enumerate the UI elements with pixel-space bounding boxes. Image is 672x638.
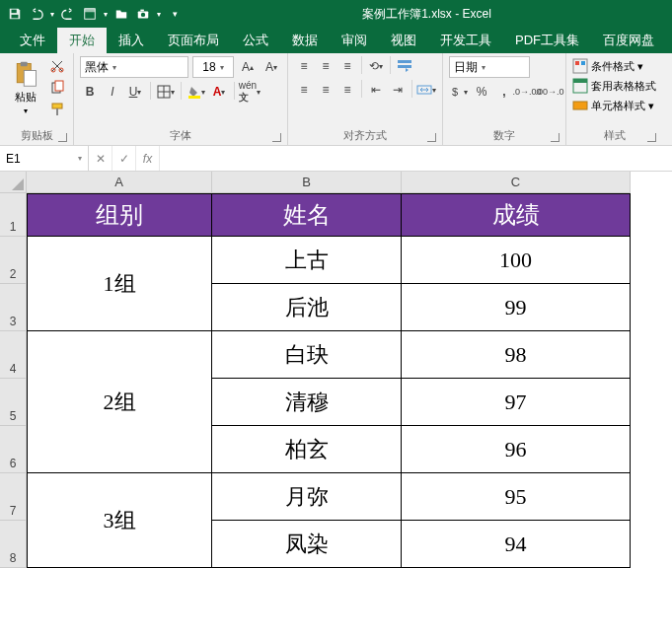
cell[interactable]: 100 (402, 237, 631, 284)
font-color-icon[interactable]: A▾ (209, 82, 229, 102)
increase-font-icon[interactable]: A▴ (238, 57, 258, 77)
row-header[interactable]: 2 (0, 237, 27, 284)
copy-icon[interactable] (47, 78, 67, 98)
col-header-c[interactable]: C (402, 172, 631, 193)
tab-home[interactable]: 开始 (57, 28, 107, 53)
chevron-down-icon[interactable]: ▾ (154, 3, 164, 25)
cell[interactable]: 2组 (27, 331, 212, 379)
new-sheet-icon[interactable] (79, 3, 101, 25)
camera-icon[interactable] (132, 3, 154, 25)
increase-indent-icon[interactable]: ⇥ (388, 80, 408, 100)
decrease-decimal-icon[interactable]: .00→.0 (540, 82, 560, 102)
select-all-corner[interactable] (0, 172, 27, 193)
tab-insert[interactable]: 插入 (107, 28, 156, 53)
align-center-icon[interactable]: ≡ (316, 80, 336, 100)
format-painter-icon[interactable] (47, 100, 67, 119)
chevron-down-icon[interactable]: ▾ (47, 3, 57, 25)
paste-button[interactable]: 粘贴 ▾ (6, 60, 45, 115)
decrease-font-icon[interactable]: A▾ (261, 57, 281, 77)
cell[interactable]: 姓名 (212, 193, 402, 237)
cell[interactable]: 95 (402, 473, 631, 521)
comma-icon[interactable]: , (494, 82, 514, 102)
tab-data[interactable]: 数据 (280, 28, 330, 53)
increase-decimal-icon[interactable]: .0→.00 (517, 82, 537, 102)
cell[interactable]: 上古 (212, 237, 402, 284)
number-format-combo[interactable]: 日期 (449, 56, 530, 78)
name-box[interactable]: E1 (0, 146, 89, 171)
row-header[interactable]: 3 (0, 284, 27, 331)
undo-icon[interactable] (26, 3, 47, 25)
enter-formula-icon[interactable]: ✓ (112, 146, 136, 171)
group-title-number: 数字 (449, 126, 560, 145)
cell[interactable]: 月弥 (212, 473, 402, 521)
col-header-a[interactable]: A (27, 172, 212, 193)
svg-text:$: $ (452, 86, 458, 98)
tab-file[interactable]: 文件 (8, 28, 57, 53)
tab-pdf[interactable]: PDF工具集 (503, 28, 591, 53)
cell[interactable]: 97 (402, 379, 631, 426)
phonetic-icon[interactable]: wén文▾ (240, 82, 260, 102)
cell[interactable]: 96 (402, 426, 631, 473)
cell[interactable]: 1组 (27, 237, 212, 284)
decrease-indent-icon[interactable]: ⇤ (366, 80, 386, 100)
open-icon[interactable] (111, 3, 132, 25)
cell-styles-button[interactable]: 单元格样式▾ (572, 96, 656, 115)
cell[interactable]: 凤染 (212, 521, 402, 568)
align-bottom-icon[interactable]: ≡ (337, 56, 357, 76)
cell[interactable]: 后池 (212, 284, 402, 331)
tab-review[interactable]: 审阅 (330, 28, 379, 53)
cell[interactable]: 3组 (27, 473, 212, 521)
orientation-icon[interactable]: ⟲▾ (366, 56, 386, 76)
font-size-combo[interactable]: 18 (192, 56, 234, 78)
conditional-format-button[interactable]: 条件格式▾ (572, 56, 656, 76)
cell[interactable]: 成绩 (402, 193, 631, 237)
cell[interactable]: 白玦 (212, 331, 402, 379)
merge-cells-icon[interactable]: ▾ (416, 80, 436, 100)
cell[interactable]: 清穆 (212, 379, 402, 426)
group-title-font: 字体 (80, 126, 281, 145)
svg-rect-3 (85, 9, 96, 13)
chevron-down-icon[interactable]: ▾ (101, 3, 111, 25)
cell[interactable] (27, 426, 212, 473)
tab-page-layout[interactable]: 页面布局 (156, 28, 231, 53)
row-header[interactable]: 4 (0, 331, 27, 379)
row-header[interactable]: 1 (0, 193, 27, 237)
redo-icon[interactable] (57, 3, 79, 25)
row-header[interactable]: 8 (0, 521, 27, 568)
cut-icon[interactable] (47, 56, 67, 76)
cell[interactable]: 98 (402, 331, 631, 379)
align-middle-icon[interactable]: ≡ (316, 56, 336, 76)
tab-view[interactable]: 视图 (379, 28, 428, 53)
font-name-combo[interactable]: 黑体 (80, 56, 188, 78)
row-header[interactable]: 5 (0, 379, 27, 426)
cancel-formula-icon[interactable]: ✕ (89, 146, 112, 171)
borders-icon[interactable]: ▾ (156, 82, 176, 102)
format-as-table-button[interactable]: 套用表格格式 (572, 76, 656, 96)
fx-icon[interactable]: fx (136, 146, 160, 171)
cell[interactable]: 94 (402, 521, 631, 568)
underline-button[interactable]: U▾ (125, 82, 145, 102)
col-header-b[interactable]: B (212, 172, 402, 193)
align-right-icon[interactable]: ≡ (337, 80, 357, 100)
wrap-text-icon[interactable] (395, 56, 414, 76)
cell[interactable]: 柏玄 (212, 426, 402, 473)
align-top-icon[interactable]: ≡ (294, 56, 314, 76)
tab-formulas[interactable]: 公式 (231, 28, 280, 53)
bold-button[interactable]: B (80, 82, 100, 102)
cell[interactable]: 组别 (27, 193, 212, 237)
row-header[interactable]: 7 (0, 473, 27, 521)
percent-icon[interactable]: % (472, 82, 491, 102)
tab-baidu[interactable]: 百度网盘 (591, 28, 666, 53)
row-header[interactable]: 6 (0, 426, 27, 473)
qat-customize-icon[interactable]: ▾ (164, 3, 186, 25)
save-icon[interactable] (4, 3, 26, 25)
fill-color-icon[interactable]: ▾ (187, 82, 206, 102)
cell[interactable]: 99 (402, 284, 631, 331)
svg-rect-6 (140, 10, 144, 12)
italic-button[interactable]: I (103, 82, 122, 102)
paste-label: 粘贴 (15, 90, 37, 105)
svg-rect-29 (573, 102, 587, 109)
accounting-format-icon[interactable]: $▾ (449, 82, 469, 102)
align-left-icon[interactable]: ≡ (294, 80, 314, 100)
tab-developer[interactable]: 开发工具 (428, 28, 503, 53)
